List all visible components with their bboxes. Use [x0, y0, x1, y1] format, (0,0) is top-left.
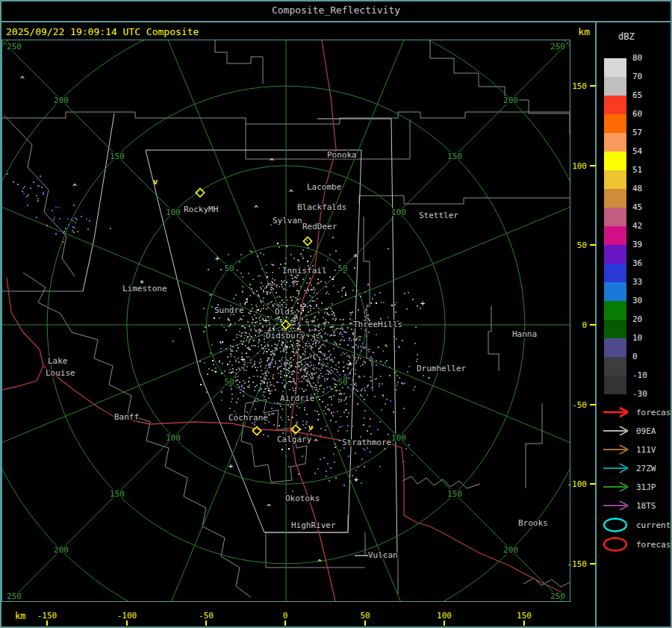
- legend-item-forecast: forecast: [600, 536, 672, 553]
- checkmark-icon: v: [308, 423, 314, 432]
- storm-vector-arrow-icon: [600, 441, 633, 458]
- dbz-swatch: [604, 282, 626, 301]
- bottom-axis-tick-label: 150: [508, 611, 541, 621]
- dbz-swatch: [604, 77, 626, 96]
- legend-label: forecast: [636, 408, 672, 417]
- right-axis-tick-label: -150: [554, 559, 587, 569]
- dbz-scale-label: 36: [632, 259, 667, 268]
- svg-text:^: ^: [314, 438, 318, 447]
- city-label: Stettler: [419, 211, 458, 220]
- svg-text:^: ^: [267, 503, 271, 512]
- city-label: Lake: [48, 356, 68, 366]
- city-label: Blackfalds: [297, 202, 346, 212]
- bottom-axis-tick-label: 0: [269, 611, 302, 621]
- svg-text:^: ^: [289, 189, 293, 197]
- dbz-scale-label: -30: [632, 390, 667, 399]
- dbz-scale-label: 48: [632, 184, 667, 193]
- legend-item-18TS: 18TS: [600, 497, 656, 514]
- right-axis-tick: [590, 85, 596, 87]
- svg-text:200: 200: [54, 96, 69, 105]
- right-axis-tick-label: 100: [554, 161, 587, 171]
- svg-text:200: 200: [503, 545, 518, 555]
- bottom-axis-tick: [126, 621, 128, 626]
- dbz-scale-label: 54: [632, 147, 667, 156]
- dbz-swatch: [604, 114, 626, 133]
- svg-text:^: ^: [254, 205, 258, 213]
- dbz-swatch: [604, 301, 626, 320]
- svg-text:*: *: [140, 279, 144, 287]
- city-label: Louise: [46, 368, 75, 378]
- svg-text:^: ^: [20, 75, 25, 84]
- dbz-scale-label: 10: [632, 334, 667, 343]
- storm-vector-arrow-icon: [600, 423, 633, 439]
- title-bar: Composite_Reflectivity: [0, 0, 672, 19]
- legend-item-31JP: 31JP: [600, 479, 656, 495]
- svg-text:^: ^: [338, 392, 343, 400]
- city-label: Olds: [275, 307, 295, 317]
- legend-label: forecast: [636, 540, 672, 550]
- svg-text:50: 50: [224, 377, 234, 387]
- svg-text:250: 250: [550, 42, 565, 52]
- city-label: RockyMH: [184, 205, 218, 214]
- svg-text:+: +: [420, 299, 425, 308]
- radar-sector-boundaries: [83, 114, 397, 556]
- svg-text:150: 150: [110, 152, 125, 161]
- right-axis-tick-label: 0: [554, 320, 587, 330]
- right-axis-tick: [590, 404, 596, 405]
- svg-text:+: +: [264, 317, 268, 325]
- bottom-axis-tick: [205, 621, 207, 626]
- city-label: Sylvan: [273, 216, 302, 226]
- right-axis-tick-label: 150: [554, 81, 587, 91]
- city-label: Airdrie: [280, 394, 314, 403]
- legend-label: 18TS: [636, 501, 656, 511]
- city-label: Banff: [114, 412, 139, 422]
- svg-text:^: ^: [284, 345, 288, 353]
- dbz-swatch: [604, 376, 626, 394]
- radar-map-canvas: 5050505010010010010015015015015020020020…: [2, 40, 570, 601]
- dbz-swatch: [604, 245, 626, 264]
- bottom-axis-tick-label: -100: [111, 611, 143, 621]
- bottom-axis-tick: [523, 621, 525, 626]
- dbz-swatch: [604, 170, 626, 189]
- dbz-swatch: [604, 96, 626, 114]
- dbz-swatch: [604, 189, 626, 208]
- storm-vector-arrow-icon: [600, 404, 633, 420]
- bottom-axis-tick-label: -50: [190, 611, 223, 621]
- titlebar-separator: [0, 21, 672, 22]
- dbz-scale-label: 45: [632, 203, 667, 212]
- city-label: Limestone: [122, 284, 167, 293]
- legend-label: current: [636, 520, 671, 530]
- storm-extent-ellipse-icon: [600, 517, 633, 533]
- dbz-swatch: [604, 226, 626, 245]
- dbz-scale-label: 30: [632, 296, 667, 305]
- storm-vector-arrow-icon: [600, 497, 633, 514]
- legend-item-27ZW: 27ZW: [600, 460, 656, 476]
- svg-text:200: 200: [503, 96, 518, 105]
- legend-item-09EA: 09EA: [600, 423, 656, 439]
- legend-item-111V: 111V: [600, 441, 656, 458]
- dbz-scale-label: 42: [632, 222, 667, 231]
- bottom-axis-tick: [284, 621, 286, 626]
- bottom-axis-tick: [46, 621, 48, 626]
- dbz-scale-label: 39: [632, 240, 667, 249]
- svg-text:^: ^: [291, 280, 296, 288]
- radar-map: 5050505010010010010015015015015020020020…: [1, 40, 570, 602]
- dbz-swatch: [604, 320, 626, 338]
- city-label: Brooks: [518, 518, 548, 528]
- svg-text:50: 50: [337, 377, 347, 387]
- svg-text:+: +: [228, 462, 233, 470]
- svg-text:+: +: [240, 355, 245, 364]
- city-label: ThreeHills: [353, 320, 402, 329]
- dbz-swatch: [604, 338, 626, 357]
- dbz-scale-label: -10: [632, 371, 667, 380]
- legend-label: 27ZW: [636, 464, 656, 473]
- svg-text:+: +: [215, 255, 220, 263]
- storm-extent-ellipse-icon: [600, 536, 633, 553]
- dbz-scale-label: 0: [632, 352, 667, 361]
- city-label: Calgary: [277, 435, 312, 444]
- city-label: Vulcan: [368, 550, 398, 560]
- svg-text:+: +: [348, 360, 352, 368]
- dbz-scale-label: 33: [632, 278, 667, 287]
- highways: [2, 40, 564, 601]
- legend-label: 31JP: [636, 482, 656, 492]
